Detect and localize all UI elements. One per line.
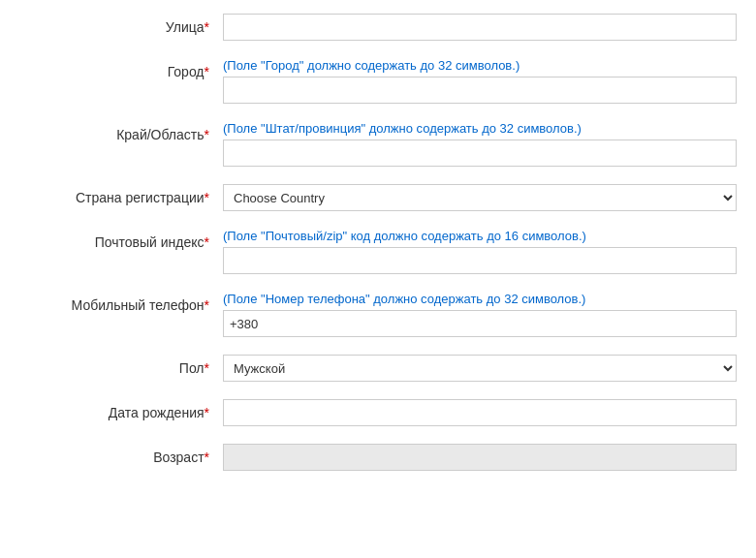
postal-field-wrapper: (Поле "Почтовый/zip" код должно содержат… xyxy=(223,229,737,274)
gender-select[interactable]: Мужской Женский xyxy=(223,355,737,382)
city-label: Город* xyxy=(19,58,223,79)
region-row: Край/Область* (Поле "Штат/провинция" дол… xyxy=(19,117,737,170)
phone-row: Мобильный телефон* (Поле "Номер телефона… xyxy=(19,288,737,341)
birthdate-label: Дата рождения* xyxy=(19,399,223,420)
age-field-wrapper xyxy=(223,444,737,471)
street-input[interactable] xyxy=(223,14,737,41)
registration-form: Улица* Город* (Поле "Город" должно содер… xyxy=(19,10,737,475)
phone-field-wrapper: (Поле "Номер телефона" должно содержать … xyxy=(223,292,737,337)
phone-required-marker: * xyxy=(205,297,209,313)
region-hint: (Поле "Штат/провинция" должно содержать … xyxy=(223,121,737,136)
city-row: Город* (Поле "Город" должно содержать до… xyxy=(19,54,737,108)
age-input xyxy=(223,444,737,471)
phone-label: Мобильный телефон* xyxy=(19,292,223,313)
country-row: Страна регистрации* Choose Country Ukrai… xyxy=(19,180,737,215)
region-field-wrapper: (Поле "Штат/провинция" должно содержать … xyxy=(223,121,737,167)
postal-input[interactable] xyxy=(223,247,737,274)
phone-hint: (Поле "Номер телефона" должно содержать … xyxy=(223,292,737,306)
age-row: Возраст* xyxy=(19,440,737,475)
street-required-marker: * xyxy=(205,19,209,35)
gender-label: Пол* xyxy=(19,355,223,376)
street-label: Улица* xyxy=(19,14,223,35)
birthdate-input[interactable] xyxy=(223,399,737,426)
gender-required-marker: * xyxy=(205,360,209,376)
postal-label: Почтовый индекс* xyxy=(19,229,223,250)
birthdate-required-marker: * xyxy=(205,405,209,420)
city-input[interactable] xyxy=(223,77,737,104)
gender-row: Пол* Мужской Женский xyxy=(19,351,737,386)
age-label: Возраст* xyxy=(19,444,223,465)
age-required-marker: * xyxy=(205,450,209,465)
postal-hint: (Поле "Почтовый/zip" код должно содержат… xyxy=(223,229,737,243)
region-label: Край/Область* xyxy=(19,121,223,142)
phone-input[interactable] xyxy=(223,310,737,337)
country-required-marker: * xyxy=(205,190,209,205)
region-required-marker: * xyxy=(205,127,209,142)
birthdate-field-wrapper xyxy=(223,399,737,426)
country-select[interactable]: Choose Country Ukraine Russia USA German… xyxy=(223,184,737,211)
region-input[interactable] xyxy=(223,140,737,167)
postal-required-marker: * xyxy=(205,234,209,250)
street-row: Улица* xyxy=(19,10,737,45)
city-hint: (Поле "Город" должно содержать до 32 сим… xyxy=(223,58,737,73)
city-field-wrapper: (Поле "Город" должно содержать до 32 сим… xyxy=(223,58,737,104)
country-field-wrapper: Choose Country Ukraine Russia USA German… xyxy=(223,184,737,211)
city-required-marker: * xyxy=(205,64,209,79)
gender-field-wrapper: Мужской Женский xyxy=(223,355,737,382)
street-field-wrapper xyxy=(223,14,737,41)
birthdate-row: Дата рождения* xyxy=(19,395,737,430)
postal-row: Почтовый индекс* (Поле "Почтовый/zip" ко… xyxy=(19,225,737,278)
country-label: Страна регистрации* xyxy=(19,184,223,205)
